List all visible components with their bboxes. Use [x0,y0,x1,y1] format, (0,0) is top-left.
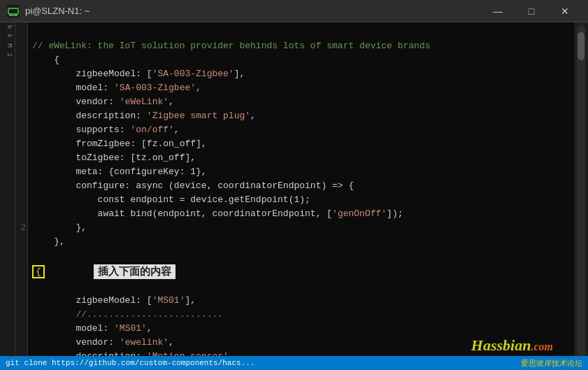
scrollbar-panel[interactable] [574,22,588,370]
status-bar: git clone https://github.com/custom-comp… [0,356,588,370]
terminal[interactable]: 2 // eWeLink: the IoT solution provider … [15,22,588,370]
code-line-19: model: 'MS01', [32,323,152,334]
line-num [17,333,26,347]
window-title: pi@SLZN-N1: ~ [25,6,482,16]
line-num-2: 2 [17,221,26,235]
line-numbers: 2 [15,22,28,370]
annotation-row: { 插入下面的内容 [32,263,570,280]
title-bar: pi@SLZN-N1: ~ — □ ✕ [0,0,588,22]
window-controls: — □ ✕ [482,0,581,22]
line-num [17,291,26,305]
scrollbar-thumb[interactable] [578,32,585,60]
sidebar-label-r: R [0,41,15,51]
line-num [17,249,26,263]
scrollbar-track[interactable] [577,25,585,367]
annotation-text: 插入下面的内容 [94,264,175,279]
status-right: 爱思彼岸技术论坛 [521,358,582,369]
watermark-suffix: .com [531,341,553,353]
line-num [17,123,26,137]
code-line-6: description: 'Zigbee smart plug', [32,111,256,121]
code-line-4: model: 'SA-003-Zigbee', [32,83,201,93]
terminal-content: // eWeLink: the IoT solution provider be… [28,22,574,370]
close-button[interactable]: ✕ [549,0,581,22]
code-line-15: }, [32,236,65,247]
code-line-17: zigbeeModel: ['MS01'], [32,295,196,306]
code-line-9: toZigbee: [tz.on_off], [32,152,196,163]
line-num [17,179,26,193]
line-num [17,235,26,249]
sidebar-label-b: b [0,22,15,31]
line-num [17,207,26,221]
code-line-11: configure: async (device, coordinatorEnd… [32,180,354,191]
line-num [17,151,26,165]
line-num [17,165,26,179]
code-line-2: { [32,55,59,65]
maximize-button[interactable]: □ [515,0,547,22]
line-num [17,305,26,319]
line-num [17,39,26,53]
app-icon [7,5,20,17]
code-line-1: // eWeLink: the IoT solution provider be… [32,41,431,51]
left-sidebar: b k R 2 [0,22,15,370]
code-line-7: supports: 'on/off', [32,124,180,135]
highlight-bracket: { [32,265,45,278]
code-line-20: vendor: 'ewelink', [32,337,174,348]
code-line-13: await bind(endpoint, coordinatorEndpoint… [32,208,403,219]
code-line-18: //......................... [32,309,223,320]
code-line-5: vendor: 'eWeLink', [32,97,174,107]
code-line-12: const endpoint = device.getEndpoint(1); [32,194,310,205]
line-num [17,81,26,95]
code-line-10: meta: {configureKey: 1}, [32,166,207,177]
line-num [17,137,26,151]
line-num [17,263,26,277]
status-left: git clone https://github.com/custom-comp… [6,359,254,367]
watermark: Hassbian.com [471,336,553,355]
code-line-14: }, [32,222,87,233]
main-layout: b k R 2 2 [0,22,588,370]
watermark-text: Hassbian [471,336,531,354]
line-num [17,25,26,39]
code-line-8: fromZigbee: [fz.on_off], [32,138,207,149]
line-num [17,53,26,67]
minimize-button[interactable]: — [482,0,514,22]
line-num [17,109,26,123]
code-line-3: zigbeeModel: ['SA-003-Zigbee'], [32,69,245,79]
line-num [17,319,26,333]
line-num [17,67,26,81]
code-area: // eWeLink: the IoT solution provider be… [32,25,570,263]
line-num [17,193,26,207]
sidebar-label-k: k [0,31,15,41]
sidebar-label-2: 2 [0,50,15,59]
line-num [17,277,26,291]
line-num [17,95,26,109]
